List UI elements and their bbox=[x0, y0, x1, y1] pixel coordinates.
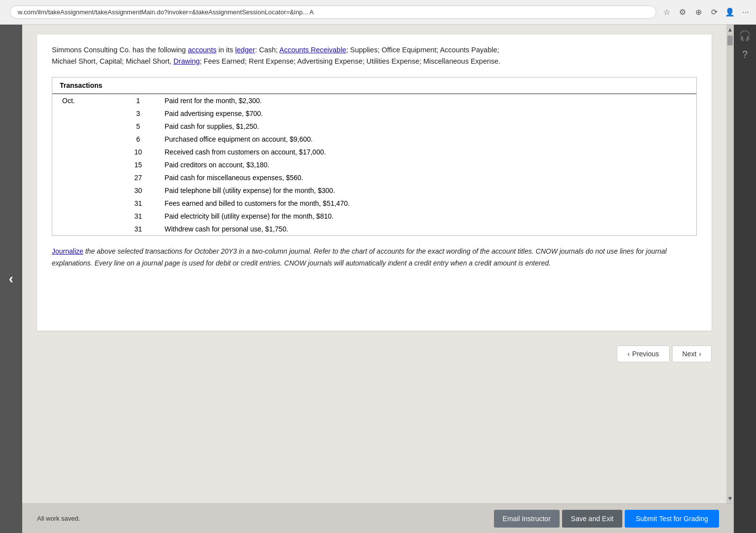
desc-cell: Paid telephone bill (utility expense) fo… bbox=[160, 184, 697, 197]
month-cell: Oct. bbox=[52, 94, 117, 107]
main-content: Simmons Consulting Co. has the following… bbox=[37, 35, 712, 331]
month-cell bbox=[52, 210, 117, 223]
left-nav-button[interactable]: ‹ bbox=[0, 25, 22, 533]
ledger-link[interactable]: ledger bbox=[235, 46, 255, 54]
desc-cell: Paid cash for supplies, $1,250. bbox=[160, 120, 697, 133]
transactions-header: Transactions bbox=[52, 77, 696, 94]
table-row: 10 Received cash from customers on accou… bbox=[52, 146, 696, 158]
day-cell: 6 bbox=[117, 133, 160, 146]
day-cell: 3 bbox=[117, 107, 160, 120]
save-and-exit-button[interactable]: Save and Exit bbox=[562, 510, 622, 528]
month-cell bbox=[52, 146, 117, 158]
plus-icon[interactable]: ⊕ bbox=[693, 7, 704, 18]
submit-test-button[interactable]: Submit Test for Grading bbox=[625, 510, 719, 528]
table-row: 3 Paid advertising expense, $700. bbox=[52, 107, 696, 120]
next-label: Next bbox=[682, 350, 697, 358]
instruction-text: the above selected transactions for Octo… bbox=[52, 247, 667, 267]
help-icon[interactable]: ? bbox=[742, 49, 748, 60]
desc-cell: Paid advertising expense, $700. bbox=[160, 107, 697, 120]
previous-button[interactable]: ‹ Previous bbox=[617, 345, 669, 362]
day-cell: 31 bbox=[117, 210, 160, 223]
day-cell: 5 bbox=[117, 120, 160, 133]
nav-area: ‹ Previous Next › bbox=[22, 341, 726, 367]
main-area: ‹ Simmons Consulting Co. has the followi… bbox=[0, 25, 756, 533]
month-cell bbox=[52, 171, 117, 184]
month-cell bbox=[52, 133, 117, 146]
day-cell: 31 bbox=[117, 223, 160, 235]
left-arrow-icon: ‹ bbox=[9, 271, 13, 287]
next-chevron-icon: › bbox=[699, 350, 701, 358]
desc-cell: Purchased office equipment on account, $… bbox=[160, 133, 697, 146]
desc-cell: Fees earned and billed to customers for … bbox=[160, 197, 697, 210]
day-cell: 10 bbox=[117, 146, 160, 158]
headset-icon[interactable]: 🎧 bbox=[739, 30, 751, 41]
month-cell bbox=[52, 197, 117, 210]
intro-text-5: ; Fees Earned; Rent Expense; Advertising… bbox=[200, 57, 500, 65]
scroll-container[interactable]: Simmons Consulting Co. has the following… bbox=[22, 25, 726, 503]
scroll-down-icon[interactable]: ▼ bbox=[726, 494, 734, 503]
transactions-table: Oct. 1 Paid rent for the month, $2,300. … bbox=[52, 94, 696, 235]
table-row: 15 Paid creditors on account, $3,180. bbox=[52, 158, 696, 171]
desc-cell: Received cash from customers on account,… bbox=[160, 146, 697, 158]
profile-icon[interactable]: 👤 bbox=[724, 7, 735, 18]
previous-chevron-icon: ‹ bbox=[627, 350, 630, 358]
desc-cell: Paid rent for the month, $2,300. bbox=[160, 94, 697, 107]
right-panel: 🎧 ? bbox=[734, 25, 756, 533]
next-button[interactable]: Next › bbox=[672, 345, 712, 362]
bottom-bar: All work saved. Email Instructor Save an… bbox=[22, 503, 734, 533]
intro-text-1: Simmons Consulting Co. has the following bbox=[52, 46, 188, 54]
month-cell bbox=[52, 223, 117, 235]
drawing-link[interactable]: Drawing bbox=[174, 57, 200, 65]
table-row: 6 Purchased office equipment on account,… bbox=[52, 133, 696, 146]
star-icon[interactable]: ☆ bbox=[661, 7, 672, 18]
table-row: 5 Paid cash for supplies, $1,250. bbox=[52, 120, 696, 133]
desc-cell: Paid cash for miscellaneous expenses, $5… bbox=[160, 171, 697, 184]
url-bar[interactable]: w.com/ilrn/takeAssignment/takeAssignment… bbox=[10, 5, 656, 19]
all-work-saved-text: All work saved. bbox=[37, 515, 80, 522]
day-cell: 30 bbox=[117, 184, 160, 197]
intro-paragraph: Simmons Consulting Co. has the following… bbox=[52, 44, 697, 67]
month-cell bbox=[52, 184, 117, 197]
scroll-thumb[interactable] bbox=[727, 36, 733, 45]
email-instructor-button[interactable]: Email Instructor bbox=[494, 510, 560, 528]
content-with-scroll: Simmons Consulting Co. has the following… bbox=[22, 25, 734, 503]
journalize-link[interactable]: Journalize bbox=[52, 247, 83, 255]
day-cell: 31 bbox=[117, 197, 160, 210]
accounts-link[interactable]: accounts bbox=[188, 46, 217, 54]
previous-label: Previous bbox=[632, 350, 659, 358]
transactions-container: Transactions Oct. 1 Paid rent for the mo… bbox=[52, 77, 697, 236]
settings-icon[interactable]: ⚙ bbox=[677, 7, 688, 18]
browser-chrome: w.com/ilrn/takeAssignment/takeAssignment… bbox=[0, 0, 756, 25]
table-row: 27 Paid cash for miscellaneous expenses,… bbox=[52, 171, 696, 184]
month-cell bbox=[52, 107, 117, 120]
month-cell bbox=[52, 158, 117, 171]
content-wrapper: Simmons Consulting Co. has the following… bbox=[22, 25, 734, 533]
scroll-up-icon[interactable]: ▲ bbox=[726, 25, 734, 35]
ar-link[interactable]: Accounts Receivable bbox=[279, 46, 346, 54]
right-scrollbar[interactable]: ▲ ▼ bbox=[726, 25, 734, 503]
desc-cell: Withdrew cash for personal use, $1,750. bbox=[160, 223, 697, 235]
history-icon[interactable]: ⟳ bbox=[709, 7, 719, 18]
intro-text-2: in its bbox=[217, 46, 235, 54]
table-row: 31 Fees earned and billed to customers f… bbox=[52, 197, 696, 210]
intro-text-3: : Cash; bbox=[255, 46, 279, 54]
instruction-paragraph: Journalize the above selected transactio… bbox=[52, 246, 697, 269]
bottom-buttons: Email Instructor Save and Exit Submit Te… bbox=[494, 510, 719, 528]
day-cell: 15 bbox=[117, 158, 160, 171]
table-row: 31 Paid electricity bill (utility expens… bbox=[52, 210, 696, 223]
browser-icons: ☆ ⚙ ⊕ ⟳ 👤 ··· bbox=[661, 7, 751, 18]
table-row: 31 Withdrew cash for personal use, $1,75… bbox=[52, 223, 696, 235]
table-row: 30 Paid telephone bill (utility expense)… bbox=[52, 184, 696, 197]
day-cell: 27 bbox=[117, 171, 160, 184]
desc-cell: Paid creditors on account, $3,180. bbox=[160, 158, 697, 171]
table-row: Oct. 1 Paid rent for the month, $2,300. bbox=[52, 94, 696, 107]
month-cell bbox=[52, 120, 117, 133]
desc-cell: Paid electricity bill (utility expense) … bbox=[160, 210, 697, 223]
more-icon[interactable]: ··· bbox=[740, 7, 751, 18]
day-cell: 1 bbox=[117, 94, 160, 107]
